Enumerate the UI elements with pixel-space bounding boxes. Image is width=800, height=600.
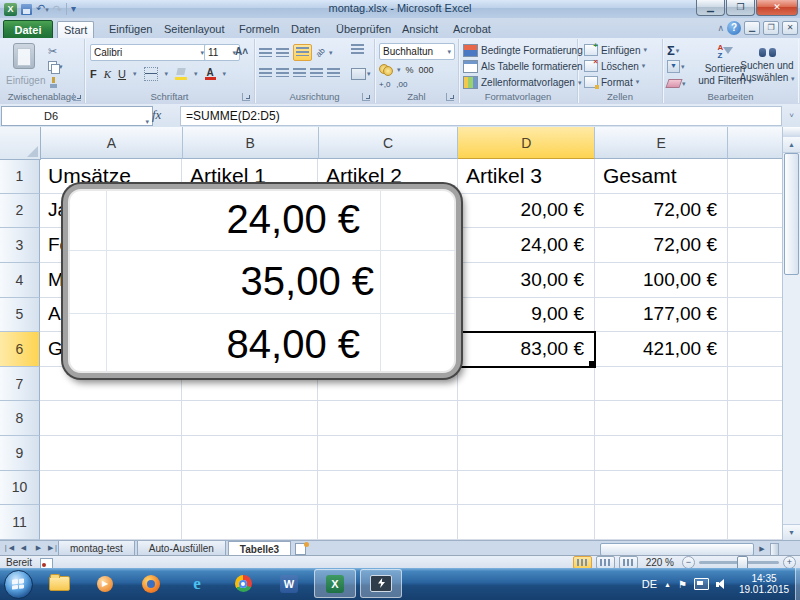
underline-button[interactable]: U (118, 68, 126, 80)
wrap-text-icon[interactable] (351, 44, 364, 54)
show-desktop-button[interactable] (795, 568, 800, 600)
cell-D1[interactable]: Artikel 3 (458, 159, 595, 194)
align-center-icon[interactable] (276, 68, 289, 77)
orientation-icon[interactable]: ab (314, 46, 327, 59)
cell-D10[interactable] (458, 471, 595, 506)
row-header-1[interactable]: 1 (0, 159, 40, 194)
number-format-combo[interactable]: Buchhaltun▾ (379, 43, 455, 60)
row-header-10[interactable]: 10 (0, 471, 40, 506)
row-header-6[interactable]: 6 (0, 332, 40, 367)
cell-E3[interactable]: 72,00 € (595, 228, 728, 263)
fill-color-dropdown-icon[interactable]: ▾ (194, 70, 198, 78)
start-button[interactable] (4, 570, 33, 599)
cell-C11[interactable] (318, 505, 458, 540)
taskbar-button-firefox[interactable] (130, 569, 172, 598)
clock[interactable]: 14:35 19.01.2015 (736, 573, 792, 595)
cell-F10[interactable] (728, 471, 783, 506)
formula-input[interactable]: =SUMME(D2:D5) (180, 106, 782, 126)
cell-E6[interactable]: 421,00 € (595, 332, 728, 367)
sheet-tab-montag-test[interactable]: montag-test (58, 541, 135, 556)
cell-A11[interactable] (40, 505, 182, 540)
zoom-slider[interactable] (699, 561, 779, 564)
italic-button[interactable]: K (104, 68, 111, 80)
fill-button[interactable]: ▼▾ (667, 60, 685, 73)
taskbar-button-chrome[interactable] (222, 569, 264, 598)
cell-E2[interactable]: 72,00 € (595, 194, 728, 229)
find-select-button[interactable]: Suchen und Auswählen ▾ (735, 44, 799, 85)
tab-einfuegen[interactable]: Einfügen (103, 21, 158, 38)
sheet-tab-tabelle3[interactable]: Tabelle3 (228, 541, 291, 556)
font-color-dropdown-icon[interactable]: ▾ (223, 70, 227, 78)
cell-E8[interactable] (595, 401, 728, 436)
cell-B9[interactable] (182, 436, 318, 471)
row-header-2[interactable]: 2 (0, 194, 40, 229)
row-header-8[interactable]: 8 (0, 401, 40, 436)
font-dialog-launcher-icon[interactable] (242, 93, 250, 101)
insert-function-icon[interactable]: fx (152, 107, 161, 123)
cell-D2[interactable]: 20,00 € (458, 194, 595, 229)
vertical-scrollbar[interactable]: ▲ ▼ (782, 127, 800, 540)
sheet-tab-auto-ausfuellen[interactable]: Auto-Ausfüllen (137, 541, 226, 556)
column-header-B[interactable]: B (183, 127, 319, 159)
cell-D7[interactable] (458, 367, 595, 402)
clipboard-dialog-launcher-icon[interactable] (73, 93, 81, 101)
cell-D4[interactable]: 30,00 € (458, 263, 595, 298)
cell-D5[interactable]: 9,00 € (458, 298, 595, 333)
cell-F7[interactable] (728, 367, 783, 402)
insert-cells-button[interactable]: Einfügen▾ (584, 44, 647, 56)
cut-button[interactable]: ✂ (48, 45, 57, 58)
taskbar-button-excel[interactable]: X (314, 569, 356, 598)
vertical-scroll-thumb[interactable] (784, 153, 799, 275)
align-right-icon[interactable] (293, 68, 306, 77)
scroll-down-icon[interactable]: ▼ (783, 524, 800, 540)
font-name-combo[interactable]: Calibri▾ (90, 44, 208, 61)
underline-dropdown-icon[interactable]: ▾ (133, 70, 137, 78)
orientation-dropdown-icon[interactable]: ▾ (329, 49, 333, 57)
cell-C9[interactable] (318, 436, 458, 471)
first-sheet-icon[interactable]: ❘◀ (2, 542, 15, 554)
cell-E4[interactable]: 100,00 € (595, 263, 728, 298)
cell-F5[interactable] (728, 298, 783, 333)
scroll-right-icon[interactable]: ▶ (756, 543, 768, 554)
format-painter-button[interactable] (48, 77, 58, 88)
insert-worksheet-icon[interactable] (293, 542, 309, 554)
delete-cells-button[interactable]: Löschen▾ (584, 60, 645, 72)
align-top-icon[interactable] (259, 48, 272, 57)
row-header-11[interactable]: 11 (0, 505, 40, 540)
row-header-4[interactable]: 4 (0, 263, 40, 298)
cell-F3[interactable] (728, 228, 783, 263)
tab-daten[interactable]: Daten (285, 21, 326, 38)
column-header-C[interactable]: C (319, 127, 459, 159)
cell-C8[interactable] (318, 401, 458, 436)
cell-E1[interactable]: Gesamt (595, 159, 728, 194)
show-hidden-icons-icon[interactable]: ▲ (664, 581, 671, 588)
cell-styles-button[interactable]: Zellenformatvorlagen▾ (463, 76, 581, 89)
increase-decimal-icon[interactable]: +,0 (379, 80, 390, 89)
accounting-format-icon[interactable] (379, 64, 392, 75)
number-dialog-launcher-icon[interactable] (446, 93, 454, 101)
workbook-minimize-icon[interactable]: ▁ (744, 21, 760, 35)
row-header-5[interactable]: 5 (0, 298, 40, 333)
merge-center-icon[interactable] (351, 68, 366, 80)
paste-button[interactable]: Einfügen ▾ (6, 43, 42, 97)
align-bottom-icon[interactable] (293, 44, 312, 61)
cell-F1[interactable] (728, 159, 783, 194)
cell-F11[interactable] (728, 505, 783, 540)
taskbar-button-media-player[interactable]: ▶ (84, 569, 126, 598)
tab-ueberpruefen[interactable]: Überprüfen (330, 21, 397, 38)
percent-style-button[interactable]: % (406, 65, 414, 75)
cell-D8[interactable] (458, 401, 595, 436)
align-middle-icon[interactable] (276, 48, 289, 57)
cell-B11[interactable] (182, 505, 318, 540)
help-icon[interactable]: ? (727, 21, 741, 35)
cell-B10[interactable] (182, 471, 318, 506)
cell-A9[interactable] (40, 436, 182, 471)
clear-button[interactable]: ▾ (667, 79, 686, 88)
next-sheet-icon[interactable]: ▶ (32, 542, 45, 554)
align-left-icon[interactable] (259, 68, 272, 77)
increase-font-icon[interactable]: A˄ (235, 46, 248, 57)
cell-C10[interactable] (318, 471, 458, 506)
close-button[interactable]: ✕ (756, 0, 798, 16)
format-cells-button[interactable]: Format▾ (584, 76, 639, 88)
alignment-dialog-launcher-icon[interactable] (362, 93, 370, 101)
